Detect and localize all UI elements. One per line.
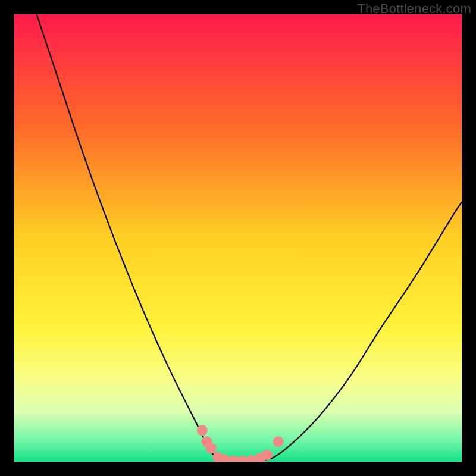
valley-marker xyxy=(273,436,284,447)
chart-svg xyxy=(14,14,462,462)
valley-marker xyxy=(262,450,273,461)
watermark-text: TheBottleneck.com xyxy=(357,1,471,17)
valley-marker xyxy=(206,443,217,453)
valley-marker xyxy=(197,425,208,436)
outer-frame: TheBottleneck.com xyxy=(0,0,476,476)
plot-area xyxy=(14,14,462,462)
gradient-background xyxy=(14,14,462,462)
